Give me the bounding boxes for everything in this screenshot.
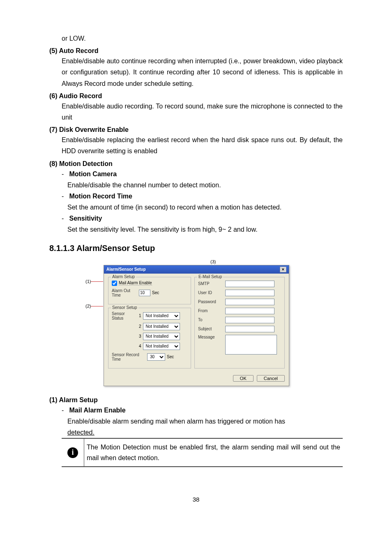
sensor-status-4[interactable]: Not Installed [143, 343, 180, 350]
item5-heading: (5) Auto Record [49, 47, 343, 55]
callout-1: (1) [85, 279, 103, 284]
section-heading: 8.1.1.3 Alarm/Sensor Setup [49, 244, 343, 253]
item6-body: Enable/disable audio recording. To recor… [62, 101, 343, 123]
sensor-status-3[interactable]: Not Installed [143, 333, 180, 340]
message-label: Message [198, 335, 224, 339]
alarm-legend: Alarm Setup [111, 274, 136, 279]
motion-camera-body: Enable/disable the channel number to det… [67, 180, 221, 191]
sec-label-2: Sec [167, 355, 174, 359]
info-icon: i [67, 447, 78, 458]
sensor-status-label: Sensor Status [112, 311, 137, 320]
smtp-input[interactable] [225, 281, 274, 287]
dialog-title: Alarm/Sensor Setup [106, 267, 146, 272]
sec-label: Sec [152, 290, 159, 295]
mail-alarm-enable-checkbox[interactable] [112, 281, 117, 286]
item6-heading: (6) Audio Record [49, 92, 343, 100]
email-legend: E-Mail Setup [197, 274, 223, 279]
alarm-out-time-input[interactable] [139, 290, 150, 296]
alarm-out-time-label: Alarm Out Time [112, 288, 137, 297]
callout-3: (3) [210, 259, 216, 264]
alarm-setup-group: Alarm Setup Mail Alarm Enable Alarm Out … [108, 277, 191, 304]
to-label: To [198, 318, 224, 322]
ok-button[interactable]: OK [233, 375, 254, 382]
alarm-sensor-dialog: (1) (2) Alarm/Sensor Setup ✕ Alarm Setup [104, 265, 289, 386]
password-input[interactable] [225, 299, 274, 305]
smtp-label: SMTP [198, 281, 224, 286]
info-text: The Motion Detection must be enabled fir… [84, 438, 343, 467]
sensor-record-time-label: Sensor Record Time [112, 352, 145, 362]
subject-input[interactable] [225, 326, 274, 332]
sensitivity-heading: Sensitivity [69, 215, 102, 222]
callout-2: (2) [85, 304, 103, 309]
subject-label: Subject [198, 327, 224, 331]
message-textarea[interactable] [225, 335, 277, 355]
mail-alarm-enable-heading: Mail Alarm Enable [69, 407, 125, 414]
intro-text: or LOW. [62, 33, 343, 44]
mail-alarm-enable-label: Mail Alarm Enable [119, 281, 152, 286]
sensitivity-body: Set the sensitivity level. The sensitivi… [67, 224, 258, 235]
sensor-status-2[interactable]: Not Installed [143, 323, 180, 330]
item1-heading: (1) Alarm Setup [49, 396, 343, 404]
motion-record-body: Set the amount of time (in second) to re… [67, 202, 281, 213]
sensor-legend: Sensor Setup [111, 305, 138, 310]
dash-icon: - [62, 405, 67, 416]
userid-label: User ID [198, 290, 224, 295]
dash-icon: - [62, 168, 67, 180]
mail-alarm-body-2: detected. [67, 427, 95, 438]
sensor-record-time-select[interactable]: 30 [147, 353, 165, 361]
from-input[interactable] [225, 308, 274, 314]
page-number: 38 [49, 496, 343, 503]
close-icon[interactable]: ✕ [280, 267, 286, 272]
to-input[interactable] [225, 317, 274, 323]
motion-camera-heading: Motion Camera [69, 170, 117, 177]
from-label: From [198, 309, 224, 313]
mail-alarm-body-1: Enable/disable alarm sending mail when a… [67, 416, 285, 427]
sensor-status-1[interactable]: Not Installed [143, 312, 180, 320]
cancel-button[interactable]: Cancel [257, 375, 285, 382]
item5-body: Enable/disable auto continue recording w… [62, 55, 343, 89]
password-label: Password [198, 299, 224, 304]
email-setup-group: E-Mail Setup SMTP User ID Password From … [194, 277, 285, 368]
item7-heading: (7) Disk Overwrite Enable [49, 126, 343, 134]
motion-record-heading: Motion Record Time [69, 193, 132, 200]
item8-heading: (8) Motion Detection [49, 160, 343, 168]
item7-body: Enable/disable replacing the earliest re… [62, 134, 343, 157]
dash-icon: - [62, 191, 67, 202]
sensor-setup-group: Sensor Setup Sensor Status 1 Not Install… [108, 308, 191, 368]
userid-input[interactable] [225, 290, 274, 296]
dash-icon: - [62, 213, 67, 224]
info-note: i The Motion Detection must be enabled f… [62, 438, 343, 467]
